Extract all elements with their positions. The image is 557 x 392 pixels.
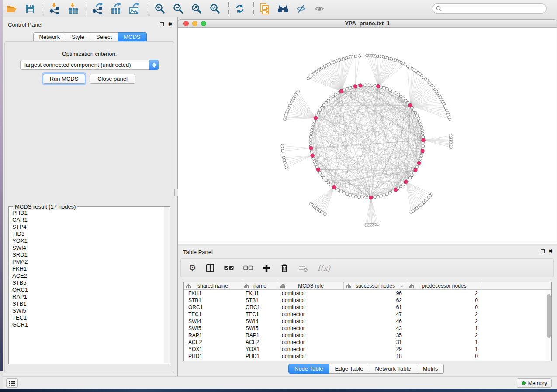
graph-node[interactable] xyxy=(358,196,361,199)
graph-node[interactable] xyxy=(309,141,312,144)
network-window-titlebar[interactable]: YPA_prune.txt_1 xyxy=(178,19,557,28)
graph-node[interactable] xyxy=(394,92,397,95)
tab-mcds[interactable]: MCDS xyxy=(118,32,146,42)
cell-successor-nodes[interactable]: 61 xyxy=(344,304,407,310)
cell-shared-name[interactable]: YOX1 xyxy=(184,346,242,352)
graph-node[interactable] xyxy=(419,157,422,160)
graph-node[interactable] xyxy=(417,117,420,120)
table-settings-button[interactable]: ⚙ xyxy=(189,262,196,274)
graph-node[interactable] xyxy=(430,193,433,196)
graph-hub-node[interactable] xyxy=(417,161,421,165)
mcds-result-item[interactable]: PHD1 xyxy=(9,210,164,217)
cell-shared-name[interactable]: SWI4 xyxy=(184,318,242,324)
cell-name[interactable]: STB1 xyxy=(242,297,278,303)
cell-successor-nodes[interactable]: 31 xyxy=(344,339,407,345)
show-columns-button[interactable] xyxy=(206,262,214,274)
cell-name[interactable]: FKH1 xyxy=(242,290,278,296)
mcds-result-item[interactable]: SWI4 xyxy=(9,244,164,251)
graph-node[interactable] xyxy=(321,174,324,177)
graph-node[interactable] xyxy=(399,95,402,98)
table-scrollbar[interactable] xyxy=(546,290,551,361)
mcds-list-scrollbar[interactable] xyxy=(164,207,170,363)
graph-node[interactable] xyxy=(322,104,325,107)
graph-hub-node[interactable] xyxy=(414,168,417,172)
graph-node[interactable] xyxy=(311,126,314,129)
tab-motifs[interactable]: Motifs xyxy=(417,364,444,374)
graph-node[interactable] xyxy=(380,195,383,198)
graph-node[interactable] xyxy=(383,194,386,197)
import-network-button[interactable] xyxy=(48,2,62,15)
add-button[interactable] xyxy=(263,262,270,274)
table-row[interactable]: ACE2ACE2connector311 xyxy=(184,339,551,346)
graph-node[interactable] xyxy=(332,95,335,98)
tab-node-table[interactable]: Node Table xyxy=(288,364,329,374)
cell-shared-name[interactable]: SWI5 xyxy=(184,325,242,331)
graph-node[interactable] xyxy=(386,87,389,90)
graph-node[interactable] xyxy=(343,191,346,194)
graph-node[interactable] xyxy=(399,185,402,188)
cell-shared-name[interactable]: ACE2 xyxy=(184,339,242,345)
graph-hub-node[interactable] xyxy=(404,180,408,184)
graph-node[interactable] xyxy=(337,92,340,95)
graph-hub-node[interactable] xyxy=(369,196,373,199)
graph-node[interactable] xyxy=(310,132,313,135)
cell-successor-nodes[interactable]: 43 xyxy=(344,325,407,331)
cell-shared-name[interactable]: RAP1 xyxy=(184,332,242,338)
float-table-panel-icon[interactable] xyxy=(541,249,545,253)
mcds-result-item[interactable]: FKH1 xyxy=(9,265,164,272)
zoom-fit-button[interactable] xyxy=(190,2,203,15)
graph-node[interactable] xyxy=(388,89,391,92)
graph-node[interactable] xyxy=(324,213,327,216)
graph-node[interactable] xyxy=(377,195,380,198)
mcds-result-item[interactable]: SWI5 xyxy=(9,307,164,314)
graph-hub-node[interactable] xyxy=(332,186,336,189)
graph-hub-node[interactable] xyxy=(309,146,313,150)
duplicate-network-button[interactable] xyxy=(258,2,271,15)
zoom-in-button[interactable] xyxy=(153,2,166,15)
table-row[interactable]: SWI5SWI5connector431 xyxy=(184,325,551,332)
table-row[interactable]: ORC1ORC1dominator610 xyxy=(184,304,551,311)
graph-node[interactable] xyxy=(349,194,352,197)
column-header-successor-nodes[interactable]: successor nodes⌄ xyxy=(344,282,407,289)
cell-predecessor-nodes[interactable]: 2 xyxy=(407,311,481,317)
delete-button[interactable] xyxy=(280,262,289,274)
cell-successor-nodes[interactable]: 47 xyxy=(344,311,407,317)
graph-node[interactable] xyxy=(310,151,313,154)
graph-node[interactable] xyxy=(355,195,358,198)
cell-predecessor-nodes[interactable]: 0 xyxy=(407,353,481,359)
show-all-button[interactable] xyxy=(313,2,326,15)
tab-network[interactable]: Network xyxy=(33,32,66,42)
graph-node[interactable] xyxy=(283,118,286,121)
cell-mcds-role[interactable]: connector xyxy=(278,325,344,331)
graph-node[interactable] xyxy=(383,86,386,89)
graph-node[interactable] xyxy=(422,145,425,148)
cell-name[interactable]: SWI4 xyxy=(242,318,278,324)
graph-hub-node[interactable] xyxy=(316,168,320,171)
graph-hub-node[interactable] xyxy=(311,154,314,157)
graph-node[interactable] xyxy=(312,123,315,126)
graph-hub-node[interactable] xyxy=(359,84,362,87)
open-button[interactable] xyxy=(5,2,18,15)
memory-button[interactable]: Memory xyxy=(517,378,552,388)
graph-node[interactable] xyxy=(391,190,394,193)
cell-name[interactable]: ACE2 xyxy=(242,339,278,345)
mcds-result-item[interactable]: SRD1 xyxy=(9,251,164,258)
graph-node[interactable] xyxy=(397,93,400,96)
cell-shared-name[interactable]: TEC1 xyxy=(184,311,242,317)
mcds-result-item[interactable]: ACE2 xyxy=(9,272,164,279)
table-row[interactable]: FKH1FKH1dominator962 xyxy=(184,290,551,297)
table-scrollbar-thumb[interactable] xyxy=(547,294,551,338)
close-panel-button[interactable]: Close panel xyxy=(90,74,135,84)
graph-node[interactable] xyxy=(374,84,377,87)
graph-node[interactable] xyxy=(346,87,349,90)
table-row[interactable]: PHD1PHD1dominator180 xyxy=(184,353,551,360)
graph-node[interactable] xyxy=(404,99,407,102)
tab-network-table[interactable]: Network Table xyxy=(369,364,417,374)
graph-node[interactable] xyxy=(422,135,425,138)
import-table-button[interactable] xyxy=(67,2,80,15)
graph-node[interactable] xyxy=(407,101,410,104)
graph-node[interactable] xyxy=(366,54,369,57)
graph-node[interactable] xyxy=(313,120,316,123)
mcds-result-item[interactable]: STP4 xyxy=(9,224,164,230)
graph-node[interactable] xyxy=(317,111,320,114)
